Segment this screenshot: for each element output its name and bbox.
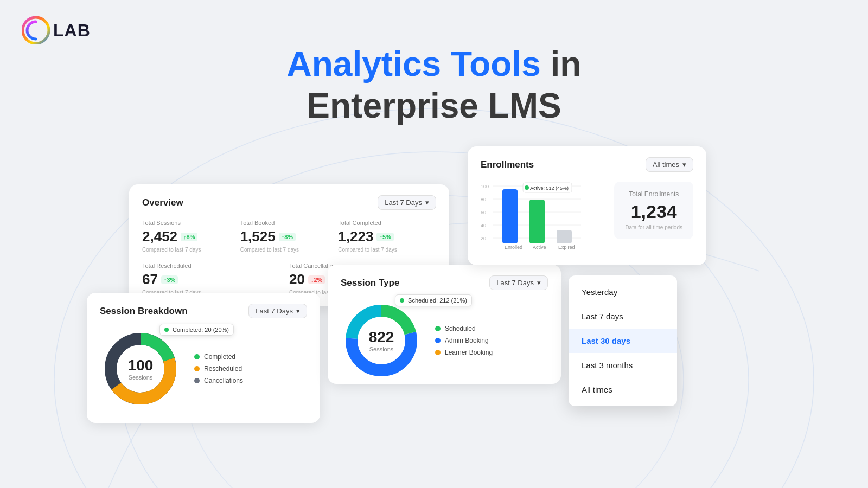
svg-rect-24 [557, 230, 572, 243]
chevron-down-icon: ▾ [296, 307, 300, 315]
overview-stat: Total Sessions 2,452 ↑8% Compared to las… [142, 220, 240, 253]
session-type-card: Session Type Last 7 Days ▾ 822 Sessions [328, 265, 561, 384]
session-type-donut: 822 Sessions Scheduled: 212 (21%) [341, 300, 422, 381]
session-type-time-selector[interactable]: Last 7 Days ▾ [489, 275, 548, 290]
total-enrollments-box: Total Enrollments 1,234 Data for all tim… [614, 182, 693, 239]
stat-label: Total Rescheduled [142, 262, 280, 269]
main-heading: Analytics Tools in Enterprise LMS [0, 43, 868, 127]
overview-title: Overview [142, 197, 183, 208]
overview-stat: Total Booked 1,525 ↑8% Compared to last … [240, 220, 339, 253]
heading-in: in [541, 44, 582, 84]
logo: LAB [22, 16, 91, 44]
stat-badge: ↑3% [161, 275, 178, 284]
enrollments-time-selector[interactable]: All times ▾ [646, 157, 693, 172]
stat-value: 67 [142, 271, 158, 288]
dropdown-item[interactable]: All times [569, 377, 677, 402]
stat-label: Total Sessions [142, 220, 232, 226]
svg-text:Active: 512 (45%): Active: 512 (45%) [530, 185, 569, 191]
legend-item: Learner Booking [435, 349, 493, 356]
session-breakdown-time-selector[interactable]: Last 7 Days ▾ [248, 304, 307, 318]
total-enroll-label: Total Enrollments [625, 190, 682, 198]
chevron-down-icon: ▾ [682, 160, 686, 169]
legend-item: Admin Booking [435, 337, 493, 344]
total-enroll-value: 1,234 [625, 201, 682, 222]
stat-value: 2,452 [142, 228, 177, 245]
session-breakdown-card: Session Breakdown Last 7 Days ▾ 100 Sess… [87, 293, 320, 423]
legend-label: Learner Booking [445, 349, 493, 356]
svg-rect-22 [502, 189, 518, 243]
stat-value: 1,525 [240, 228, 276, 245]
total-enroll-sub: Data for all time periods [625, 224, 682, 230]
svg-text:100: 100 [481, 184, 489, 189]
legend-label: Cancellations [204, 377, 243, 384]
stat-label: Total Completed [338, 220, 427, 226]
svg-text:Enrolled: Enrolled [505, 245, 522, 250]
session-breakdown-donut-container: 100 Sessions Completed: 20 (20%) Complet… [100, 328, 307, 409]
stat-sub: Compared to last 7 days [240, 247, 330, 253]
legend-label: Admin Booking [445, 337, 489, 344]
session-breakdown-tooltip: Completed: 20 (20%) [159, 324, 234, 336]
svg-text:40: 40 [481, 223, 486, 228]
overview-stat: Total Completed 1,223 ↑5% Compared to la… [338, 220, 436, 253]
overview-stat: Total Rescheduled 67 ↑3% Compared to las… [142, 262, 289, 296]
session-breakdown-center: 100 Sessions [100, 328, 181, 409]
stat-label: Total Booked [240, 220, 330, 226]
stat-value: 20 [289, 271, 305, 288]
overview-stats-row1: Total Sessions 2,452 ↑8% Compared to las… [142, 220, 436, 253]
tooltip-dot [164, 328, 169, 332]
svg-text:Expired: Expired [558, 245, 575, 250]
legend-item: Scheduled [435, 325, 493, 332]
legend-dot [435, 350, 441, 355]
dropdown-item[interactable]: Last 30 days [569, 329, 677, 353]
enrollments-bar-chart: 100 80 60 40 20 Enrolled A [481, 182, 603, 254]
legend-dot [435, 338, 441, 343]
dropdown-menu: YesterdayLast 7 daysLast 30 daysLast 3 m… [569, 275, 677, 406]
svg-text:20: 20 [481, 236, 486, 241]
session-type-legend: Scheduled Admin Booking Learner Booking [435, 325, 493, 356]
session-breakdown-value: 100 [128, 357, 154, 374]
legend-item: Completed [194, 353, 243, 361]
heading-line2: Enterprise LMS [307, 86, 561, 125]
overview-time-selector[interactable]: Last 7 Days ▾ [378, 195, 436, 210]
heading-highlight: Analytics Tools [287, 44, 541, 84]
enrollments-title: Enrollments [481, 159, 534, 170]
stat-badge: ↑8% [279, 233, 296, 241]
session-breakdown-donut: 100 Sessions Completed: 20 (20%) [100, 328, 181, 409]
legend-label: Scheduled [445, 325, 476, 332]
stat-sub: Compared to last 7 days [142, 247, 232, 253]
svg-rect-23 [529, 200, 545, 243]
enrollments-body: 100 80 60 40 20 Enrolled A [481, 182, 693, 254]
enrollments-card: Enrollments All times ▾ 100 80 60 40 20 [468, 146, 706, 265]
svg-text:Active: Active [533, 245, 546, 250]
stat-value: 1,223 [338, 228, 373, 245]
legend-item: Cancellations [194, 377, 243, 384]
chevron-down-icon: ▾ [425, 198, 429, 207]
session-type-tooltip: Scheduled: 212 (21%) [395, 294, 472, 306]
session-type-value: 822 [369, 329, 394, 346]
legend-dot [194, 354, 200, 359]
session-type-center: 822 Sessions [341, 300, 422, 381]
session-breakdown-title: Session Breakdown [100, 306, 188, 317]
legend-dot [435, 326, 441, 331]
chevron-down-icon: ▾ [537, 279, 541, 287]
legend-label: Completed [204, 353, 235, 361]
legend-item: Rescheduled [194, 365, 243, 373]
legend-dot [194, 366, 200, 371]
dropdown-item[interactable]: Last 3 months [569, 353, 677, 377]
tooltip-dot-st [400, 298, 404, 303]
stat-badge: ↑5% [376, 233, 393, 241]
session-type-title: Session Type [341, 278, 399, 288]
stat-badge: ↑8% [181, 233, 197, 241]
session-breakdown-legend: Completed Rescheduled Cancellations [194, 353, 243, 384]
session-type-donut-container: 822 Sessions Scheduled: 212 (21%) Schedu… [341, 300, 548, 381]
svg-text:80: 80 [481, 197, 486, 202]
svg-text:60: 60 [481, 210, 486, 215]
dropdown-item[interactable]: Last 7 days [569, 304, 677, 329]
dropdown-item[interactable]: Yesterday [569, 280, 677, 304]
legend-dot [194, 378, 200, 383]
svg-point-29 [525, 185, 529, 190]
session-breakdown-label: Sessions [129, 374, 153, 381]
logo-text: LAB [53, 21, 91, 41]
legend-label: Rescheduled [204, 365, 242, 373]
session-type-label: Sessions [369, 346, 394, 352]
